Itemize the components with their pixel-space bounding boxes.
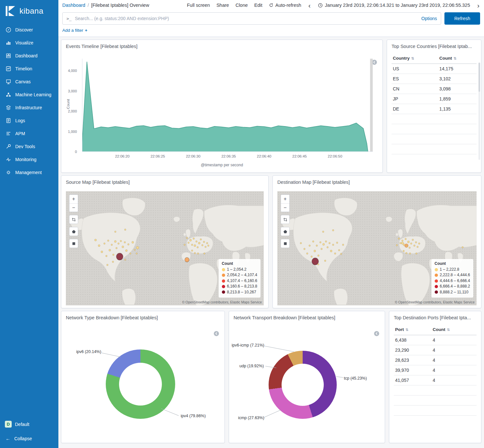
- plus-icon[interactable]: +: [85, 28, 88, 33]
- time-forward-chevron[interactable]: ›: [477, 2, 480, 9]
- time-range-picker[interactable]: January 23rd 2019, 22:06:14.321 to Janua…: [318, 3, 470, 8]
- sidebar-item-timelion[interactable]: Timelion: [0, 62, 58, 75]
- sidebar-item-management[interactable]: Management: [0, 166, 58, 179]
- zoom-out-button[interactable]: −: [281, 203, 289, 212]
- legend-item: 2,054.2 – 4,107.4: [222, 272, 257, 278]
- table-row[interactable]: CN3,098: [392, 84, 477, 94]
- panel-title: Source Map [Filebeat Iptables]: [61, 176, 268, 186]
- sidebar-item-logs[interactable]: Logs: [0, 114, 58, 127]
- collapse-button[interactable]: ← Collapse: [0, 431, 58, 445]
- table-row-empty: [394, 406, 477, 416]
- legend-title: Count: [435, 261, 470, 266]
- network-transport-donut[interactable]: [269, 351, 337, 419]
- map-attribution: © OpenStreetMap contributors, Elastic Ma…: [395, 300, 475, 304]
- x-axis-tick: 22:06:40: [257, 154, 272, 158]
- draw-rectangle-button[interactable]: [69, 239, 78, 248]
- legend-item: 6,160.6 – 8,213.8: [222, 284, 257, 289]
- main-area: Dashboard / [Filebeat Iptables] Overview…: [58, 0, 484, 448]
- source-map[interactable]: + −: [66, 191, 264, 305]
- legend-item: 1 – 2,222.8: [435, 267, 470, 272]
- table-row[interactable]: ES3,102: [392, 74, 477, 84]
- table-row-empty: [392, 134, 477, 144]
- auto-refresh-button[interactable]: Auto-refresh: [269, 3, 301, 8]
- legend-range-label: 1 – 2,054.2: [227, 267, 247, 272]
- breadcrumb-dashboard-link[interactable]: Dashboard: [62, 3, 85, 8]
- column-header-count[interactable]: Count⇅: [438, 53, 477, 64]
- sidebar-nav: DiscoverVisualizeDashboardTimelionCanvas…: [0, 23, 58, 179]
- sidebar-item-label: Management: [15, 170, 42, 175]
- draw-polygon-button[interactable]: [69, 227, 78, 236]
- legend-range-label: 2,222.8 – 4,444.6: [440, 272, 470, 278]
- table-scrollbar[interactable]: [478, 63, 480, 160]
- sort-icon: ⇅: [405, 328, 408, 332]
- sidebar-item-canvas[interactable]: Canvas: [0, 75, 58, 88]
- pie-label-line: [264, 410, 281, 418]
- table-row[interactable]: JP1,859: [392, 94, 477, 104]
- table-row[interactable]: 41,0574: [394, 375, 477, 385]
- add-filter-link[interactable]: Add a filter: [62, 28, 83, 33]
- pie-label-line: [161, 408, 179, 416]
- column-header-count[interactable]: Count⇅: [431, 324, 477, 335]
- table-row[interactable]: 23,2904: [394, 345, 477, 355]
- zoom-in-button[interactable]: +: [69, 195, 78, 203]
- draw-polygon-button[interactable]: [281, 227, 289, 236]
- logs-icon: [6, 118, 11, 124]
- sidebar-item-label: Machine Learning: [15, 92, 51, 97]
- query-options-link[interactable]: Options: [421, 16, 437, 21]
- visualize-icon: [6, 40, 11, 46]
- fit-data-bounds-button[interactable]: [281, 215, 289, 224]
- kibana-logo-icon: [5, 5, 16, 17]
- time-range-text: January 23rd 2019, 22:06:14.321 to Janua…: [325, 3, 470, 8]
- share-button[interactable]: Share: [216, 3, 229, 8]
- table-row[interactable]: 6,4384: [394, 335, 477, 345]
- draw-rectangle-button[interactable]: [281, 239, 289, 248]
- network-type-donut[interactable]: [106, 349, 175, 419]
- legend-color-dot: [435, 279, 438, 283]
- panel-title: Network Transport Breakdown [Filebeat Ip…: [229, 311, 385, 322]
- sidebar-item-dev-tools[interactable]: Dev Tools: [0, 140, 58, 153]
- table-row-empty: [392, 124, 477, 134]
- x-axis-tick: 22:06:30: [186, 154, 200, 158]
- full-screen-button[interactable]: Full screen: [187, 3, 210, 8]
- legend-range-label: 8,213.8 – 10,267: [227, 289, 256, 295]
- panel-top-destination-ports: Top Destination Ports [Filebeat Ipta... …: [389, 311, 481, 443]
- sidebar-item-apm[interactable]: APM: [0, 127, 58, 140]
- table-row[interactable]: 28,6234: [394, 355, 477, 365]
- search-input[interactable]: [75, 16, 418, 21]
- sidebar-item-machine-learning[interactable]: Machine Learning: [0, 88, 58, 101]
- zoom-in-button[interactable]: +: [281, 195, 289, 203]
- table-row[interactable]: DE1,135: [392, 104, 477, 114]
- sidebar-item-dashboard[interactable]: Dashboard: [0, 49, 58, 62]
- sidebar-item-monitoring[interactable]: Monitoring: [0, 153, 58, 166]
- table-row[interactable]: US14,175: [392, 64, 477, 74]
- space-switcher[interactable]: D Default: [0, 417, 58, 431]
- sidebar-item-visualize[interactable]: Visualize: [0, 36, 58, 49]
- top-navigation: Dashboard / [Filebeat Iptables] Overview…: [58, 0, 484, 10]
- panel-time-badge-icon[interactable]: [213, 331, 219, 336]
- refresh-button[interactable]: Refresh: [444, 12, 480, 25]
- edit-button[interactable]: Edit: [254, 3, 262, 8]
- sidebar-item-label: Timelion: [15, 66, 32, 71]
- panel-title: Events Timeline [Filebeat Iptables]: [61, 40, 382, 50]
- logo-text: kibana: [19, 6, 43, 16]
- time-back-chevron[interactable]: ‹: [308, 2, 311, 9]
- panel-events-timeline: Events Timeline [Filebeat Iptables] Coun…: [61, 40, 383, 173]
- x-axis-tick: 22:06:35: [221, 154, 236, 158]
- x-axis-tick: 22:06:20: [115, 154, 130, 158]
- fit-data-bounds-button[interactable]: [69, 215, 78, 224]
- legend-title: Count: [222, 261, 257, 266]
- clone-button[interactable]: Clone: [236, 3, 248, 8]
- kibana-logo[interactable]: kibana: [0, 0, 58, 23]
- events-timeline-chart[interactable]: [82, 59, 373, 152]
- table-row[interactable]: 39,9704: [394, 365, 477, 375]
- collapse-label: Collapse: [14, 436, 32, 441]
- destination-map[interactable]: + −: [277, 191, 477, 305]
- column-header-country[interactable]: Country⇅: [392, 53, 438, 64]
- panel-time-badge-icon[interactable]: [374, 331, 380, 336]
- zoom-out-button[interactable]: −: [69, 203, 78, 212]
- column-header-port[interactable]: Port⇅: [394, 324, 431, 335]
- sidebar-item-discover[interactable]: Discover: [0, 23, 58, 36]
- legend-color-dot: [435, 285, 438, 288]
- sidebar-item-infrastructure[interactable]: Infrastructure: [0, 101, 58, 114]
- map-attribution: © OpenStreetMap contributors, Elastic Ma…: [182, 300, 262, 304]
